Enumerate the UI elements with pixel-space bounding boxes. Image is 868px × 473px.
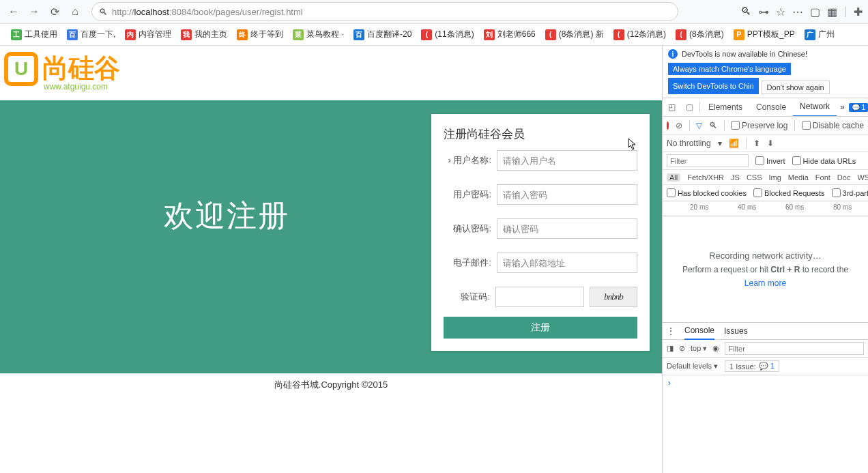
- url-proto: http://: [112, 7, 134, 17]
- tab-elements[interactable]: Elements: [701, 98, 749, 117]
- form-row-captcha: 验证码: bnbnb: [444, 287, 637, 307]
- bookmark-item[interactable]: 终终于等到: [234, 27, 286, 42]
- console-context-select[interactable]: top ▾: [691, 344, 707, 353]
- captcha-image[interactable]: bnbnb: [590, 287, 637, 307]
- banner-switch-button[interactable]: Switch DevTools to Chin: [668, 78, 759, 94]
- third-party-checkbox[interactable]: 3rd-party r: [832, 188, 868, 197]
- filter-input[interactable]: [667, 154, 749, 167]
- ext1-icon[interactable]: ▢: [810, 5, 820, 18]
- ext2-icon[interactable]: ▦: [827, 5, 837, 18]
- type-chip[interactable]: Fetch/XHR: [687, 173, 724, 182]
- logo-text: 尚硅谷: [42, 51, 120, 86]
- input-email[interactable]: [497, 253, 637, 273]
- drawer-tab-issues[interactable]: Issues: [724, 326, 748, 336]
- url-path: /book/pages/user/regist.html: [191, 7, 302, 17]
- network-types: AllFetch/XHRJSCSSImgMediaFontDocWSWas: [663, 170, 868, 185]
- type-chip[interactable]: Media: [788, 173, 809, 182]
- throttling-select[interactable]: No throttling ▾: [667, 139, 722, 148]
- bookmark-item[interactable]: 百百度翻译-20: [351, 27, 414, 42]
- invert-checkbox[interactable]: Invert: [755, 156, 785, 165]
- bookmark-item[interactable]: 工工具使用: [8, 27, 60, 42]
- input-captcha[interactable]: [495, 287, 584, 307]
- console-eye-icon[interactable]: ◉: [712, 344, 719, 353]
- submit-button[interactable]: 注册: [444, 317, 637, 339]
- blocked-requests-checkbox[interactable]: Blocked Requests: [753, 188, 825, 197]
- console-filter-input[interactable]: [725, 342, 864, 355]
- input-confirm[interactable]: [497, 218, 637, 239]
- bookmark-item[interactable]: ((8条消息) 新: [542, 27, 607, 42]
- url-bar[interactable]: 🔍︎ http:// localhost :8084 /book/pages/u…: [91, 2, 678, 21]
- zoom-icon[interactable]: 🔍︎: [740, 5, 751, 18]
- bookmark-item[interactable]: ((11条消息): [418, 27, 476, 42]
- url-host: localhost: [134, 7, 169, 17]
- banner-match-button[interactable]: Always match Chrome's language: [668, 63, 791, 75]
- tab-console[interactable]: Console: [749, 98, 793, 117]
- ext3-icon[interactable]: ✚: [854, 5, 863, 18]
- hide-dataurls-checkbox[interactable]: Hide data URLs: [792, 156, 856, 165]
- hero-band: 欢迎注册 注册尚硅谷会员 › 用户名称: 用户密码: 确认密码: 电子邮件:: [0, 100, 662, 373]
- network-empty-state: Recording network activity… Perform a re…: [663, 216, 868, 322]
- download-icon[interactable]: ⬇: [767, 139, 774, 148]
- bookmark-item[interactable]: PPPT模板_PP: [731, 27, 798, 42]
- learn-more-link[interactable]: Learn more: [744, 278, 786, 288]
- preserve-log-checkbox[interactable]: Preserve log: [731, 121, 787, 130]
- bookmark-item[interactable]: 百百度一下,: [64, 27, 118, 42]
- issues-pill[interactable]: 1 Issue: 💬 1: [725, 360, 779, 372]
- type-chip[interactable]: Img: [769, 173, 781, 182]
- wifi-icon[interactable]: 📶: [729, 139, 739, 148]
- more-icon[interactable]: ⋯: [792, 5, 803, 18]
- inspect-icon[interactable]: ◰: [663, 98, 680, 116]
- device-icon[interactable]: ▢: [680, 98, 698, 116]
- bookmark-favicon: P: [734, 29, 744, 40]
- console-body[interactable]: ›: [663, 375, 868, 473]
- drawer-menu-icon[interactable]: ⋮: [667, 326, 675, 336]
- filter-icon[interactable]: ▽: [696, 121, 702, 130]
- tabs-overflow-icon[interactable]: »: [840, 102, 849, 112]
- key-icon[interactable]: ⊶: [758, 5, 769, 18]
- search-net-icon[interactable]: 🔍︎: [709, 121, 717, 130]
- star-icon[interactable]: ☆: [776, 5, 785, 18]
- disable-cache-checkbox[interactable]: Disable cache: [802, 121, 864, 130]
- bookmark-item[interactable]: ((12条消息): [611, 27, 669, 42]
- bookmark-favicon: 刘: [484, 29, 495, 40]
- info-icon: i: [668, 49, 678, 59]
- tab-network[interactable]: Network: [793, 98, 837, 117]
- record-button[interactable]: [667, 121, 669, 130]
- form-row-username: › 用户名称:: [444, 150, 637, 171]
- type-chip[interactable]: JS: [731, 173, 740, 182]
- bookmark-item[interactable]: 广广州: [802, 27, 837, 42]
- bookmark-item[interactable]: 我我的主页: [178, 27, 230, 42]
- type-chip[interactable]: Doc: [837, 173, 851, 182]
- input-password[interactable]: [497, 184, 637, 205]
- drawer-tab-console[interactable]: Console: [684, 322, 714, 340]
- console-clear-icon[interactable]: ⊘: [679, 344, 685, 353]
- banner-dismiss-button[interactable]: Don't show again: [762, 81, 830, 94]
- bookmark-item[interactable]: 菜菜鸟教程 ·: [290, 27, 347, 42]
- network-timeline[interactable]: 20 ms 40 ms 60 ms 80 ms: [663, 201, 868, 216]
- clear-icon[interactable]: ⊘: [676, 121, 682, 130]
- search-icon: 🔍︎: [99, 7, 108, 17]
- bookmark-item[interactable]: 刘刘老师666: [481, 27, 538, 42]
- blocked-cookies-checkbox[interactable]: Has blocked cookies: [667, 188, 747, 197]
- home-button[interactable]: ⌂: [67, 3, 83, 20]
- type-chip[interactable]: CSS: [747, 173, 762, 182]
- type-chip[interactable]: Font: [815, 173, 830, 182]
- bookmark-favicon: (: [545, 29, 556, 40]
- reload-button[interactable]: ⟳: [46, 3, 63, 20]
- back-button[interactable]: ←: [5, 3, 22, 20]
- type-chip[interactable]: WS: [857, 173, 868, 182]
- logo-u-icon: U: [4, 52, 38, 86]
- network-toolbar: ⊘ ▽ 🔍︎ Preserve log Disable cache: [663, 117, 868, 134]
- input-username[interactable]: [497, 150, 637, 171]
- forward-button[interactable]: →: [26, 3, 42, 20]
- upload-icon[interactable]: ⬆: [753, 139, 760, 148]
- bookmark-favicon: 终: [237, 29, 248, 40]
- type-chip[interactable]: All: [667, 173, 680, 182]
- levels-select[interactable]: Default levels ▾: [667, 362, 718, 371]
- bookmark-item[interactable]: 内内容管理: [122, 27, 174, 42]
- bookmark-label: 菜鸟教程 ·: [306, 29, 344, 40]
- console-sidebar-icon[interactable]: ◨: [667, 344, 674, 353]
- message-badge[interactable]: 💬 1: [849, 103, 868, 112]
- bookmark-item[interactable]: ((8条消息): [673, 27, 727, 42]
- console-drawer-tabs: ⋮ Console Issues: [663, 322, 868, 340]
